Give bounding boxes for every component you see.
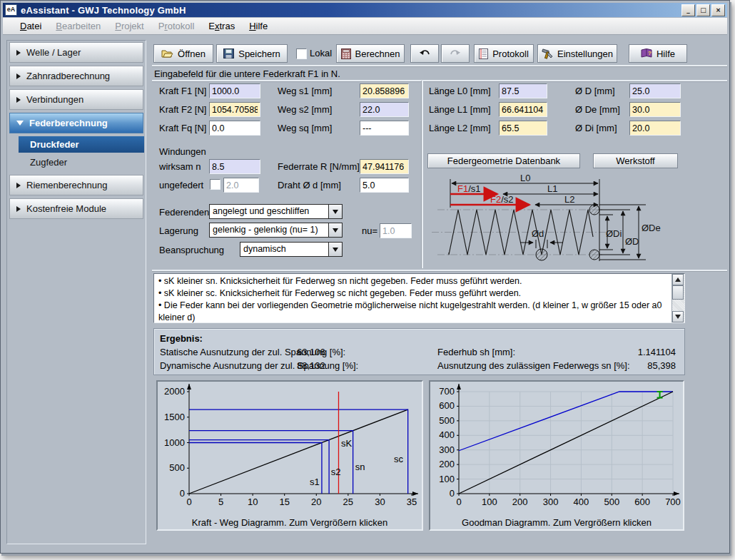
- weg-s2-label: Weg s2 [mm]: [278, 104, 332, 115]
- goodman-plot: 0100200300400500600700010020030040050060…: [430, 382, 683, 514]
- chevron-right-icon: [16, 97, 21, 103]
- sidebar-item-verbindungen[interactable]: Verbindungen: [9, 89, 143, 110]
- save-floppy-icon: [223, 49, 234, 58]
- d-input[interactable]: [629, 83, 681, 98]
- warning-message: sK kleiner sc. Knicksicherheit für Feder…: [158, 287, 669, 300]
- weg-sq-label: Weg sq [mm]: [278, 123, 332, 133]
- svg-text:sn: sn: [355, 462, 365, 472]
- svg-text:700: 700: [439, 386, 455, 397]
- redo-icon: [450, 49, 461, 58]
- protocol-document-icon: [479, 49, 488, 59]
- chevron-right-icon: [16, 183, 21, 188]
- kraft-f1-input[interactable]: [209, 83, 260, 98]
- redo-button[interactable]: [441, 44, 470, 63]
- scrollbar[interactable]: [671, 274, 684, 322]
- laenge-l2-input[interactable]: [499, 121, 547, 136]
- svg-text:700: 700: [665, 497, 681, 507]
- menu-projekt: Projekt: [108, 19, 151, 34]
- maximize-button[interactable]: □: [696, 4, 710, 16]
- dropdown-arrow-icon[interactable]: [328, 243, 342, 256]
- sidebar-item-zahnradberechnung[interactable]: Zahnradberechnung: [9, 66, 143, 86]
- protocol-button[interactable]: Protokoll: [474, 44, 534, 63]
- svg-text:500: 500: [439, 415, 455, 426]
- svg-text:30: 30: [375, 497, 385, 507]
- dim-dm-label: ØD: [625, 236, 639, 247]
- lagerung-select[interactable]: gelenkig - gelenkig (nu= 1): [209, 223, 343, 238]
- sidebar-item-kostenfreie-module[interactable]: Kostenfreie Module: [9, 198, 143, 219]
- save-button[interactable]: Speichern: [216, 44, 288, 63]
- kraft-fq-input[interactable]: [209, 121, 260, 136]
- nu-input[interactable]: [380, 223, 412, 238]
- weg-s1-input[interactable]: [360, 83, 409, 98]
- scrollbar-thumb[interactable]: [672, 285, 684, 300]
- windungen-section-label: Windungen: [159, 146, 206, 157]
- sidebar-item-federberechnung[interactable]: Federberechnung: [9, 113, 143, 133]
- kraft-f1-label: Kraft F1 [N]: [159, 86, 206, 96]
- ungefedert-checkbox[interactable]: [210, 179, 220, 190]
- app-window: eA eAssistant - GWJ Technology GmbH _ □ …: [0, 0, 730, 554]
- dim-d-wire-label: Ød: [532, 228, 544, 239]
- svg-text:200: 200: [512, 497, 528, 507]
- draht-input[interactable]: [360, 178, 409, 193]
- goodman-chart[interactable]: 0100200300400500600700010020030040050060…: [429, 380, 684, 531]
- wirksam-input[interactable]: [209, 159, 260, 174]
- menu-hilfe[interactable]: Hilfe: [242, 19, 275, 34]
- svg-text:500: 500: [169, 462, 185, 473]
- scroll-down-button[interactable]: [672, 311, 684, 322]
- tools-icon: [542, 49, 553, 59]
- kraft-f2-input[interactable]: [209, 102, 260, 117]
- laenge-l2-label: Länge L2 [mm]: [429, 123, 491, 133]
- settings-button[interactable]: Einstellungen: [537, 44, 617, 63]
- svg-text:s2: s2: [331, 467, 341, 477]
- federenden-select[interactable]: angelegt und geschliffen: [209, 204, 343, 219]
- sidebar-item-druckfeder[interactable]: Druckfeder: [19, 136, 144, 153]
- laenge-l0-input[interactable]: [499, 83, 547, 98]
- svg-text:0: 0: [180, 488, 185, 499]
- dim-l1-label: L1: [547, 183, 557, 194]
- laenge-l1-input[interactable]: [499, 102, 547, 117]
- federgeometrie-datenbank-button[interactable]: Federgeometrie Datenbank: [427, 153, 580, 168]
- scroll-up-button[interactable]: [672, 274, 684, 285]
- beanspruchung-select[interactable]: dynamisch: [240, 242, 343, 257]
- sidebar-item-zugfeder[interactable]: Zugfeder: [19, 154, 144, 170]
- weg-s1-label: Weg s1 [mm]: [278, 86, 332, 96]
- di-input[interactable]: [629, 121, 681, 136]
- result-federweg-value: 85,398: [647, 360, 676, 371]
- dim-l2-label: L2: [564, 194, 574, 205]
- weg-sq-input[interactable]: [360, 121, 409, 136]
- minimize-button[interactable]: _: [681, 4, 695, 16]
- app-icon: eA: [5, 4, 17, 16]
- warning-message: Die Feder kann bei der vorliegenden Geom…: [158, 300, 669, 322]
- goodman-caption: Goodman Diagramm. Zum Vergrößern klicken: [430, 517, 683, 528]
- kraft-weg-chart[interactable]: 051015202530350500100015002000s1s2sKsnsc…: [156, 380, 423, 531]
- dropdown-arrow-icon[interactable]: [328, 205, 342, 218]
- undo-button[interactable]: [410, 44, 439, 63]
- de-input[interactable]: [629, 102, 681, 117]
- result-federhub-label: Federhub sh [mm]:: [437, 347, 515, 357]
- toolbar-separator: [152, 65, 727, 66]
- result-federhub-value: 1.141104: [638, 347, 676, 357]
- draht-label: Draht Ø d [mm]: [278, 180, 341, 190]
- help-button[interactable]: ? Hilfe: [629, 44, 687, 63]
- weg-s2-input[interactable]: [360, 102, 409, 117]
- federrate-label: Federrate R [N/mm]: [278, 161, 360, 172]
- dropdown-arrow-icon[interactable]: [328, 223, 342, 237]
- menu-bar: Datei Bearbeiten Projekt Protokoll Extra…: [3, 18, 727, 35]
- werkstoff-button[interactable]: Werkstoff: [593, 153, 678, 168]
- svg-text:20: 20: [311, 497, 321, 507]
- federrate-input[interactable]: [360, 159, 409, 174]
- dim-l0-label: L0: [520, 174, 530, 183]
- kraft-weg-caption: Kraft - Weg Diagramm. Zum Vergrößern kli…: [158, 517, 422, 528]
- local-checkbox[interactable]: [296, 49, 307, 59]
- sidebar-item-riemenberechnung[interactable]: Riemenberechnung: [9, 175, 143, 195]
- di-label: Ø Di [mm]: [575, 123, 617, 133]
- ungefedert-input[interactable]: [223, 178, 259, 193]
- close-button[interactable]: ×: [711, 4, 725, 16]
- menu-datei[interactable]: Datei: [13, 19, 49, 34]
- sidebar-item-welle-lager[interactable]: Welle / Lager: [9, 42, 143, 63]
- svg-text:600: 600: [439, 400, 455, 411]
- menu-extras[interactable]: Extras: [201, 19, 242, 34]
- open-button[interactable]: Öffnen: [153, 44, 213, 63]
- force-f1-label: F1/s1: [457, 183, 481, 194]
- calculate-button[interactable]: Berechnen: [336, 44, 405, 63]
